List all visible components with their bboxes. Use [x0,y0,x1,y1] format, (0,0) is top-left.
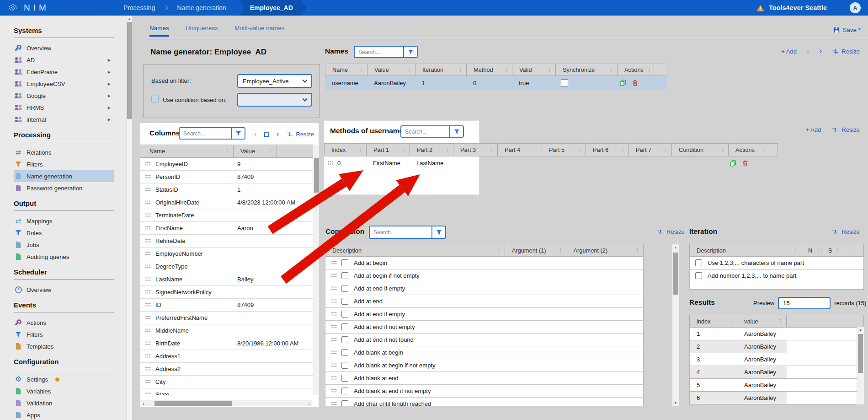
drag-handle-icon[interactable] [331,286,337,291]
condition-select[interactable] [237,93,312,107]
methods-resize-button[interactable]: Resize [832,126,860,133]
conversion-column-header[interactable]: Description ⋮ [325,244,505,256]
tenant-name[interactable]: Tools4ever Seattle [769,4,827,11]
column-menu-icon[interactable]: ⋮ [455,67,466,73]
tab-uniqueness[interactable]: Uniqueness [186,25,218,37]
based-on-filter-select[interactable]: Employee_Active [237,74,312,88]
conversion-checkbox[interactable] [341,298,348,305]
preview-count-input[interactable] [778,297,831,309]
conversion-checkbox[interactable] [341,362,348,369]
columns-table-row[interactable]: Address1 [140,350,313,363]
sidebar-item[interactable]: Jobs ▶ [14,239,114,251]
conversion-checkbox[interactable] [341,323,348,330]
names-column-header[interactable]: Name ⋮ [325,64,367,75]
columns-table-row[interactable]: DegreeType [140,260,313,273]
submenu-arrow-icon[interactable]: ▶ [108,70,111,74]
sidebar-item[interactable]: internal ▶ [14,113,114,125]
results-column-header[interactable]: value ⋮ [737,315,787,327]
drag-handle-icon[interactable] [145,162,151,167]
drag-handle-icon[interactable] [331,388,337,393]
sidebar-scrollbar[interactable]: ▲ [126,16,132,420]
methods-column-header[interactable]: Part 6 ⋮ [586,144,629,156]
columns-vscrollbar-thumb[interactable] [314,158,319,193]
column-menu-icon[interactable]: ⋮ [442,147,453,153]
scroll-left-icon[interactable]: ‹ [141,401,146,406]
sidebar-item[interactable]: EmployeeCSV ▶ [14,78,114,90]
delete-trash-icon[interactable] [742,160,748,167]
iteration-checkbox[interactable] [695,272,702,279]
conversion-row[interactable]: Add at end if empty [325,308,643,321]
iteration-checkbox[interactable] [695,259,702,266]
submenu-arrow-icon[interactable]: ▶ [108,106,111,110]
conversion-row[interactable]: Add blank at begin [325,346,643,359]
drag-handle-icon[interactable] [145,251,151,256]
names-prev-icon[interactable]: ‹ [807,47,809,56]
columns-table-row[interactable]: ID 87409 [140,299,313,312]
drag-handle-icon[interactable] [145,187,151,192]
submenu-arrow-icon[interactable]: ▶ [108,94,111,98]
scroll-up-icon[interactable]: ▲ [127,16,132,22]
conversion-row[interactable]: Add at begin if not empty [325,269,643,282]
results-scrollbar-thumb[interactable] [858,334,863,373]
submenu-arrow-icon[interactable]: ▶ [108,82,111,86]
conversion-row[interactable]: Add at end if not empty [325,321,643,334]
results-row[interactable]: 1 AaronBailey [689,328,864,340]
iteration-column-header[interactable]: Description ⋮ [690,244,801,256]
drag-handle-icon[interactable] [145,328,151,333]
columns-table-row[interactable]: State [140,388,313,395]
drag-handle-icon[interactable] [331,401,337,406]
columns-table-row[interactable]: TerminateDate [140,209,313,222]
drag-handle-icon[interactable] [331,324,337,329]
avatar[interactable]: A [850,2,861,13]
filter-funnel-icon[interactable] [403,47,417,57]
names-column-header[interactable]: Method ⋮ [467,64,512,75]
drag-handle-icon[interactable] [145,174,151,179]
conversion-checkbox[interactable] [341,285,348,292]
column-menu-icon[interactable]: ⋮ [758,147,770,153]
sidebar-item[interactable]: AD ▶ [14,54,114,66]
drag-handle-icon[interactable] [331,337,337,342]
sidebar-item[interactable]: Relations ▶ [14,146,114,158]
sidebar-item[interactable]: Password generation ▶ [14,182,114,194]
columns-table-row[interactable]: MiddleName [140,324,313,337]
conversion-row[interactable]: Add at end if empty [325,282,643,295]
scroll-up-icon[interactable]: ▲ [672,246,679,249]
column-menu-icon[interactable]: ⋮ [660,147,671,153]
drag-handle-icon[interactable] [145,264,151,269]
drag-handle-icon[interactable] [331,363,337,368]
conversion-row[interactable]: Add at begin [325,257,643,269]
select-page-icon[interactable] [264,132,269,137]
drag-handle-icon[interactable] [145,354,151,359]
methods-column-header[interactable]: Part 5 ⋮ [542,144,586,156]
sidebar-item[interactable]: Name generation ▶ [14,170,114,182]
names-search-input[interactable] [355,47,403,57]
scroll-right-icon[interactable]: › [306,401,312,406]
methods-column-header[interactable]: Index ⋮ [325,144,367,156]
columns-next-icon[interactable]: › [277,129,279,139]
drag-handle-icon[interactable] [145,213,151,218]
results-row[interactable]: 3 AaronBailey [689,353,864,366]
drag-handle-icon[interactable] [145,392,151,395]
names-column-header[interactable]: Value ⋮ [367,64,415,75]
iteration-resize-button[interactable]: Resize [832,228,860,235]
conversion-row[interactable]: Add blank at end [325,372,643,385]
methods-column-header[interactable]: Part 2 ⋮ [410,144,453,156]
drag-handle-icon[interactable] [145,277,151,282]
conversion-checkbox[interactable] [341,259,348,266]
conversion-checkbox[interactable] [341,349,348,356]
names-column-header[interactable]: Synchronize ⋮ [556,64,618,75]
drag-handle-icon[interactable] [145,290,151,295]
methods-add-button[interactable]: + Add [806,126,821,133]
copy-icon[interactable] [730,160,736,167]
sidebar-item[interactable]: Roles ▶ [14,227,114,239]
sidebar-item[interactable]: Overview ▶ [14,284,114,296]
names-next-icon[interactable]: › [820,47,822,56]
columns-table-row[interactable]: PreferredFirstName [140,312,313,324]
sidebar-item[interactable]: Filters ▶ [14,158,114,170]
names-column-header[interactable]: Valid ⋮ [512,64,556,75]
columns-table-row[interactable]: EmployeeID 9 [140,158,313,171]
names-table-row[interactable]: username AaronBailey 1 0 true [325,76,667,90]
methods-column-header[interactable]: Part 1 ⋮ [367,144,410,156]
conversion-row[interactable]: Add blank at begin if not empty [325,359,643,372]
column-menu-icon[interactable]: ⋮ [606,67,617,73]
